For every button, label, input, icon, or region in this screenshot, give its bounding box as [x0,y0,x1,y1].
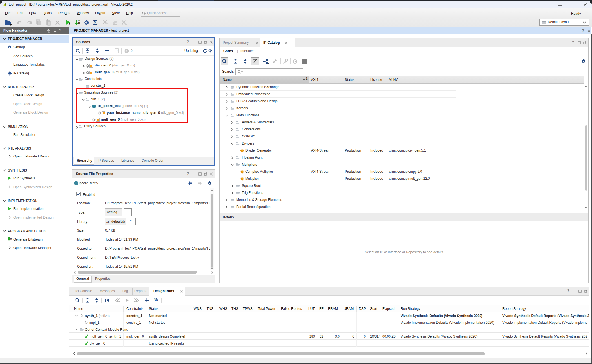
svg-text:?: ? [116,49,118,52]
svg-text:10: 10 [78,22,80,24]
svg-text:01: 01 [78,20,80,22]
svg-text:10: 10 [10,239,12,241]
